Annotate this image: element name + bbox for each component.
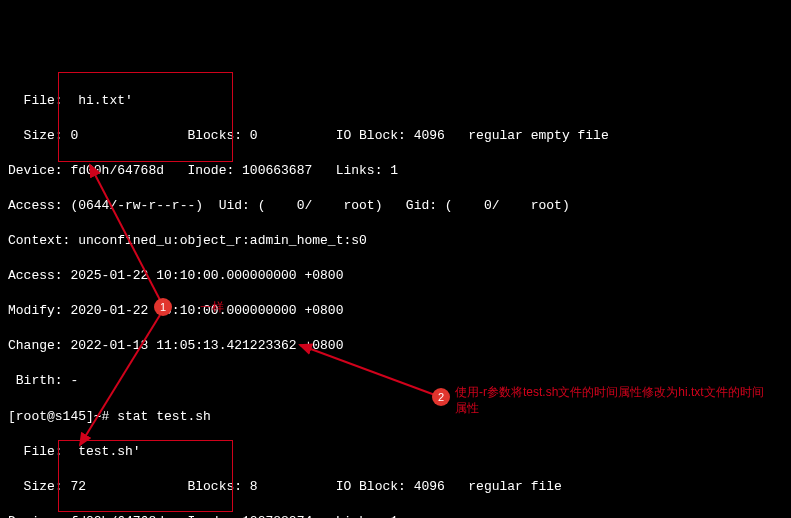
- stat-line: Context: unconfined_u:object_r:admin_hom…: [8, 232, 783, 250]
- stat-line: Size: 72 Blocks: 8 IO Block: 4096 regula…: [8, 478, 783, 496]
- annotation-text-1: 一样: [200, 300, 224, 316]
- stat-line: Access: (0644/-rw-r--r--) Uid: ( 0/ root…: [8, 197, 783, 215]
- stat-line: Size: 0 Blocks: 0 IO Block: 4096 regular…: [8, 127, 783, 145]
- stat-line: Device: fd00h/64768d Inode: 100788074 Li…: [8, 513, 783, 518]
- annotation-text-2: 使用-r参数将test.sh文件的时间属性修改为hi.txt文件的时间属性: [455, 385, 775, 416]
- stat-line: File: test.sh': [8, 443, 783, 461]
- terminal-output: File: hi.txt' Size: 0 Blocks: 0 IO Block…: [8, 74, 783, 518]
- stat-line: Modify: 2020-01-22 10:10:00.000000000 +0…: [8, 302, 783, 320]
- stat-line: File: hi.txt': [8, 92, 783, 110]
- stat-line: Device: fd00h/64768d Inode: 100663687 Li…: [8, 162, 783, 180]
- stat-line: Change: 2022-01-13 11:05:13.421223362 +0…: [8, 337, 783, 355]
- annotation-badge-1: 1: [154, 298, 172, 316]
- stat-line: Access: 2025-01-22 10:10:00.000000000 +0…: [8, 267, 783, 285]
- annotation-badge-2: 2: [432, 388, 450, 406]
